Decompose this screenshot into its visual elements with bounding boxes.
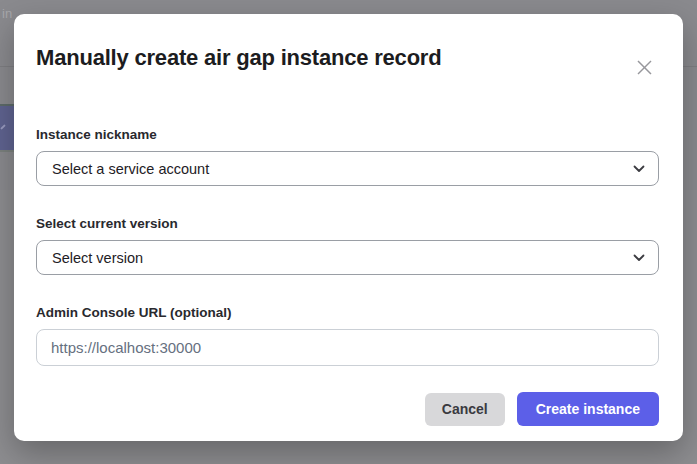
current-version-label: Select current version	[36, 215, 659, 232]
admin-console-url-label: Admin Console URL (optional)	[36, 304, 659, 321]
select-value: Select a service account	[52, 161, 209, 177]
instance-nickname-select[interactable]: Select a service account	[36, 151, 659, 186]
instance-nickname-label: Instance nickname	[36, 126, 659, 143]
chevron-down-icon	[633, 254, 645, 262]
select-value: Select version	[52, 250, 143, 266]
admin-console-url-input[interactable]	[36, 329, 659, 366]
cancel-button[interactable]: Cancel	[425, 393, 505, 426]
modal-title: Manually create air gap instance record	[36, 44, 659, 72]
create-instance-button[interactable]: Create instance	[517, 392, 659, 426]
close-icon[interactable]	[633, 56, 655, 78]
background-partial-text: in	[2, 7, 12, 21]
background-row-icon	[0, 124, 6, 130]
current-version-select[interactable]: Select version	[36, 240, 659, 275]
modal-footer: Cancel Create instance	[36, 392, 659, 426]
chevron-down-icon	[633, 165, 645, 173]
x-icon	[636, 59, 653, 76]
create-air-gap-instance-modal: Manually create air gap instance record …	[14, 14, 683, 441]
